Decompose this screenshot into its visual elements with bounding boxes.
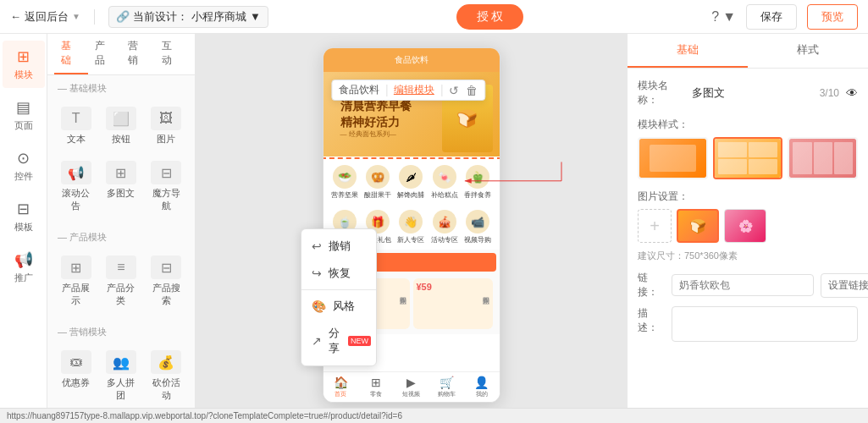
module-name-value: 多图文: [692, 85, 813, 101]
sidebar-item-pages[interactable]: ▤ 页面: [3, 91, 45, 139]
context-share[interactable]: ↗ 分享 NEW: [301, 320, 376, 362]
section-marketing-title: — 营销模块: [47, 319, 195, 342]
cat-item-3[interactable]: 🍬补给糕点: [429, 165, 459, 200]
module-group-buy[interactable]: 👥 多人拼团: [101, 345, 141, 407]
module-multigraph[interactable]: ⊞ 多图文: [101, 156, 141, 217]
module-marquee[interactable]: 📢 滚动公告: [56, 156, 96, 217]
module-name-count: 3/10: [820, 87, 839, 99]
top-bar-left: ← 返回后台 ▼ 🔗 当前设计： 小程序商城 ▼: [10, 6, 268, 28]
modules-icon: ⊞: [17, 47, 30, 66]
module-image[interactable]: 🖼 图片: [147, 102, 186, 151]
cat-item-7[interactable]: 👋新人专区: [396, 210, 426, 244]
right-content: 模块名称： 多图文 3/10 👁 模块样式：: [628, 69, 868, 408]
product-price-1: ¥59: [417, 282, 489, 292]
module-text[interactable]: T 文本: [56, 102, 96, 151]
cat-item-9[interactable]: 📹视频导购: [462, 210, 492, 244]
add-image-button[interactable]: +: [638, 209, 672, 243]
footer-snacks[interactable]: ⊞ 零食: [358, 372, 394, 402]
new-badge: NEW: [348, 336, 371, 346]
desc-input[interactable]: [672, 306, 858, 342]
tab-basic-right[interactable]: 基础: [628, 34, 748, 68]
preview-button[interactable]: 预览: [807, 4, 858, 30]
section-basic-title: — 基础模块: [47, 75, 195, 98]
module-coupon[interactable]: 🎟 优惠券: [56, 345, 96, 407]
tab-interactive[interactable]: 互动: [155, 34, 189, 74]
link-row: 链接： 设置链接: [638, 271, 858, 299]
set-link-button[interactable]: 设置链接: [821, 273, 868, 298]
sidebar-item-controls[interactable]: ⊙ 控件: [3, 142, 45, 190]
edit-module-link[interactable]: 编辑模块: [394, 83, 434, 97]
modules-panel: 基础 产品 营销 互动 — 基础模块 T 文本 ⬜ 按钮 🖼 图片 📢 滚动公告: [47, 34, 196, 408]
cat-item-8[interactable]: 🎪活动专区: [429, 210, 459, 244]
sidebar-item-modules[interactable]: ⊞ 模块: [3, 41, 45, 88]
module-product-display[interactable]: ⊞ 产品展示: [56, 250, 96, 312]
module-product-category[interactable]: ≡ 产品分类: [101, 250, 141, 312]
current-design-label: 当前设计：: [133, 9, 188, 25]
design-selector[interactable]: 🔗 当前设计： 小程序商城 ▼: [108, 6, 268, 28]
tab-basic[interactable]: 基础: [54, 34, 88, 74]
delete-button[interactable]: 🗑: [466, 84, 478, 97]
style-thumb-0[interactable]: [638, 137, 708, 179]
design-arrow-icon: ▼: [250, 10, 261, 23]
cat-item-0[interactable]: 🥗营养坚果: [330, 165, 360, 200]
cat-item-2[interactable]: 🌶解馋肉脯: [396, 165, 426, 200]
sidebar-item-promote[interactable]: 📢 推广: [3, 244, 45, 291]
footer-profile[interactable]: 👤 我的: [464, 372, 500, 402]
product-card-1[interactable]: ¥59 立即购买: [413, 278, 493, 329]
module-style-label: 模块样式：: [638, 118, 858, 132]
style-thumb-1[interactable]: [713, 137, 783, 179]
context-share-label: 分享: [329, 326, 340, 356]
main-layout: ⊞ 模块 ▤ 页面 ⊙ 控件 ⊟ 模板 📢 推广 基础 产品 营销 互动 — 基…: [0, 34, 868, 408]
category-grid-1: 🥗营养坚果 🥨酸甜果干 🌶解馋肉脯 🍬补给糕点 🫑香拌食养: [327, 160, 496, 205]
bargain-label: 砍价活动: [148, 376, 185, 402]
style-grid: [638, 137, 858, 179]
coupon-label: 优惠券: [62, 376, 90, 389]
authorize-button[interactable]: 授 权: [456, 4, 524, 30]
module-style-section: 模块样式：: [638, 118, 858, 179]
link-input[interactable]: [672, 274, 814, 296]
link-label: 链接：: [638, 271, 665, 299]
button-icon: ⬜: [106, 107, 136, 130]
desc-row: 描述：: [638, 306, 858, 342]
promote-icon: 📢: [14, 250, 33, 269]
footer-cart[interactable]: 🛒 购物车: [428, 372, 464, 402]
context-style[interactable]: 🎨 风格: [301, 293, 376, 320]
module-button[interactable]: ⬜ 按钮: [101, 102, 141, 151]
right-tabs: 基础 样式: [628, 34, 868, 69]
module-marquee-label: 滚动公告: [58, 187, 94, 212]
product-display-icon: ⊞: [61, 255, 91, 279]
tab-product[interactable]: 产品: [88, 34, 122, 74]
float-section-label: 食品饮料: [339, 83, 379, 97]
context-undo[interactable]: ↩ 撤销: [301, 233, 376, 260]
module-magic-nav[interactable]: ⊟ 魔方导航: [147, 156, 186, 217]
tab-style-right[interactable]: 样式: [748, 34, 868, 68]
context-redo[interactable]: ↪ 恢复: [301, 260, 376, 287]
img-thumb-2[interactable]: 🌸: [724, 209, 766, 243]
sidebar-item-templates[interactable]: ⊟ 模板: [3, 193, 45, 240]
save-button[interactable]: 保存: [746, 4, 797, 30]
tab-marketing[interactable]: 营销: [121, 34, 155, 74]
multigraph-icon: ⊞: [106, 161, 136, 184]
status-bar: https://huang897157type-8.mallapp.vip.we…: [0, 408, 868, 423]
text-icon: T: [61, 107, 91, 130]
profile-icon: 👤: [474, 376, 489, 389]
hide-toggle[interactable]: 👁: [846, 86, 858, 100]
image-icon: 🖼: [151, 107, 181, 130]
help-button[interactable]: ? ▼: [711, 9, 736, 25]
module-magic-nav-label: 魔方导航: [148, 187, 185, 212]
refresh-button[interactable]: ↺: [449, 84, 459, 97]
footer-home[interactable]: 🏠 首页: [323, 372, 359, 402]
img-thumb-1[interactable]: 🍞: [677, 209, 719, 243]
img-settings-section: 图片设置： + 🍞 🌸 建议尺寸：750*360像素: [638, 190, 858, 262]
footer-cart-label: 购物车: [438, 390, 456, 398]
cat-item-4[interactable]: 🫑香拌食养: [462, 165, 492, 200]
context-redo-label: 恢复: [329, 266, 351, 281]
magic-nav-icon: ⊟: [151, 161, 181, 184]
module-bargain[interactable]: 💰 砍价活动: [147, 345, 186, 407]
style-thumb-2[interactable]: [788, 137, 858, 179]
cat-item-1[interactable]: 🥨酸甜果干: [363, 165, 393, 200]
module-product-search[interactable]: ⊟ 产品搜索: [147, 250, 186, 312]
snacks-icon: ⊞: [371, 376, 381, 389]
footer-video[interactable]: ▶ 短视频: [394, 372, 429, 402]
back-nav[interactable]: ← 返回后台 ▼: [10, 9, 80, 25]
